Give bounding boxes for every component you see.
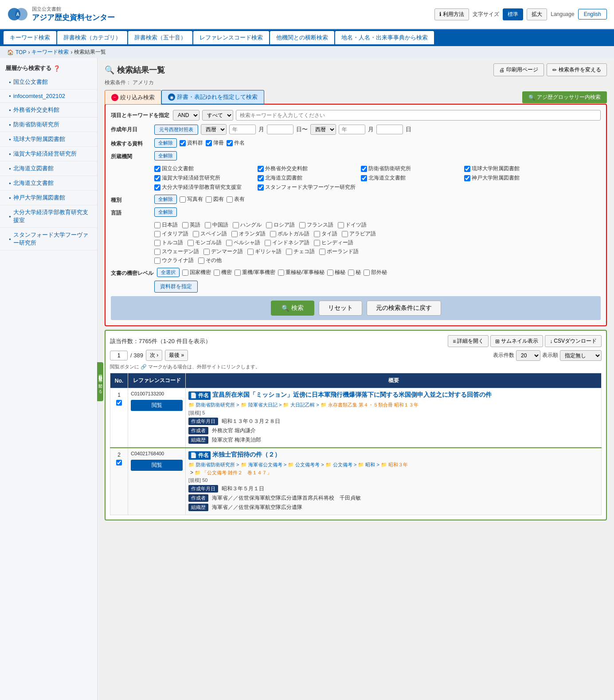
keyword-input[interactable] <box>236 110 601 121</box>
row-checkbox-1[interactable] <box>113 400 125 407</box>
cb-ja[interactable]: 日本語 <box>154 221 178 229</box>
cb-kenmeikigo[interactable]: 件名 <box>227 139 245 147</box>
cb-ru[interactable]: ロシア語 <box>266 221 295 229</box>
cb-org-5[interactable]: 滋賀大学経済経営研究所 <box>154 174 252 182</box>
display-order-select[interactable]: 指定無し 作成年月日 <box>560 350 602 361</box>
era-select-1[interactable]: 西暦元号 <box>201 124 227 135</box>
cb-cs[interactable]: チェコ語 <box>286 248 315 255</box>
cb-th[interactable]: タイ語 <box>314 230 337 238</box>
nav-reference-search[interactable]: レファレンスコード検索 <box>193 31 269 44</box>
cb-other[interactable]: その他 <box>198 257 222 264</box>
cb-en[interactable]: 英語 <box>182 221 200 229</box>
cb-sv[interactable]: スウェーデン語 <box>154 248 199 255</box>
font-standard-button[interactable]: 標準 <box>503 8 523 20</box>
cb-es[interactable]: スペイン語 <box>193 230 227 238</box>
sidebar-item-shiga[interactable]: 滋賀大学経済経営研究所 <box>0 147 97 161</box>
cb-de[interactable]: ドイツ語 <box>338 221 367 229</box>
sidebar-item-ryukyu[interactable]: 琉球大学附属図書館 <box>0 132 97 147</box>
cb-fr[interactable]: フランス語 <box>299 221 333 229</box>
item-link-2[interactable]: 米独士官招待の件（２） <box>212 451 281 459</box>
sidebar-toggle[interactable]: 資料群所属を閉じる <box>97 362 103 401</box>
scope-select[interactable]: すべて 件名 本文 <box>202 110 233 121</box>
cb-uk[interactable]: ウクライナ語 <box>154 257 194 264</box>
last-page-button[interactable]: 最後 » <box>165 350 188 361</box>
cb-zh[interactable]: 中国語 <box>205 221 228 229</box>
sidebar-item-infocom[interactable]: infocomtest_202102 <box>0 90 97 103</box>
help-button[interactable]: ℹ 利用方法 <box>434 8 469 20</box>
dict-tab[interactable]: ◉ 辞書・表記ゆれを指定して検索 <box>161 90 264 105</box>
cb-fa[interactable]: ペルシャ語 <box>226 239 260 246</box>
view-button-2[interactable]: 閲覧 <box>131 460 183 471</box>
breadcrumb-top[interactable]: TOP <box>16 49 26 55</box>
clear-lang-button[interactable]: 全解除 <box>154 207 177 217</box>
month-input-2[interactable] <box>376 125 403 134</box>
clear-kind-button[interactable]: 全解除 <box>154 195 177 204</box>
search-button[interactable]: 🔍 検索 <box>271 301 314 316</box>
cb-da[interactable]: デンマーク語 <box>203 248 243 255</box>
sidebar-item-kobe[interactable]: 神戸大学附属図書館 <box>0 191 97 205</box>
sidebar-item-kokuritu[interactable]: 国立公文書館 <box>0 75 97 90</box>
clear-material-button[interactable]: 全解除 <box>154 138 177 148</box>
cb-hi[interactable]: ヒンディー語 <box>314 239 353 246</box>
cb-bokusatsu[interactable]: 簿冊 <box>206 139 224 147</box>
view-button-1[interactable]: 閲覧 <box>131 400 183 411</box>
nav-dict-category[interactable]: 辞書検索（カテゴリ） <box>57 31 127 44</box>
breadcrumb-keyword[interactable]: キーワード検索 <box>31 48 69 56</box>
cb-secret-3[interactable]: 重機/軍事機密 <box>235 269 275 276</box>
cb-figure[interactable]: 図有 <box>206 196 224 203</box>
detail-open-button[interactable]: ≡ 詳細を開く <box>448 335 489 347</box>
cb-org-8[interactable]: 神戸大学附属図書館 <box>464 174 562 182</box>
cb-photo[interactable]: 写真有 <box>180 196 203 203</box>
cb-shiryogun[interactable]: 資料群 <box>180 139 203 147</box>
thumbnail-button[interactable]: ⊞ サムネイル表示 <box>490 335 543 347</box>
cb-nl[interactable]: オランダ語 <box>231 230 266 238</box>
cb-org-2[interactable]: 外務省外交史料館 <box>258 165 356 172</box>
cb-mn[interactable]: モンゴル語 <box>188 239 222 246</box>
sidebar-item-stanford[interactable]: スタンフォード大学フーヴァー研究所 <box>0 228 97 250</box>
change-condition-button[interactable]: ✏ 検索条件を変える <box>547 63 607 76</box>
era-select-2[interactable]: 西暦元号 <box>310 124 336 135</box>
print-button[interactable]: 🖨 印刷用ページ <box>493 63 544 76</box>
csv-download-button[interactable]: ↓ CSVダウンロード <box>545 335 602 347</box>
cb-org-7[interactable]: 北海道立文書館 <box>361 174 459 182</box>
sidebar-item-boueisho[interactable]: 防衛省防衛研究所 <box>0 117 97 132</box>
cb-el[interactable]: ギリシャ語 <box>247 248 282 255</box>
cb-secret-5[interactable]: 極秘 <box>327 269 345 276</box>
cb-pt[interactable]: ポルトガル語 <box>270 230 309 238</box>
cb-it[interactable]: イタリア語 <box>154 230 188 238</box>
year-input-2[interactable] <box>339 125 365 134</box>
cb-table[interactable]: 表有 <box>227 196 245 203</box>
refine-tab[interactable]: − 絞り込み検索 <box>105 90 161 105</box>
item-link-1[interactable]: 宜昌所在米国「ミッション」近傍に日本軍飛行機爆弾落下に関する米国側申入並之に対す… <box>212 391 492 399</box>
gengo-button[interactable]: 元号西暦対照表 <box>154 125 198 135</box>
clear-secret-button[interactable]: 全選択 <box>157 268 180 277</box>
cb-org-6[interactable]: 北海道立図書館 <box>258 174 356 182</box>
and-or-select[interactable]: AND OR <box>173 110 199 121</box>
nav-dict-gojuuon[interactable]: 辞書検索（五十音） <box>128 31 192 44</box>
sidebar-item-hokkaido-doc[interactable]: 北海道立文書館 <box>0 176 97 191</box>
cb-org-1[interactable]: 国立公文書館 <box>154 165 252 172</box>
nav-keyword-search[interactable]: キーワード検索 <box>4 31 56 44</box>
cb-org-4[interactable]: 琉球大学附属図書館 <box>464 165 562 172</box>
language-button[interactable]: English <box>578 9 607 20</box>
page-number-input[interactable] <box>110 351 128 360</box>
sidebar-item-gaimusho[interactable]: 外務省外交史料館 <box>0 103 97 117</box>
cb-tr[interactable]: トルコ語 <box>154 239 183 246</box>
sidebar-help-icon[interactable]: ❓ <box>53 65 60 72</box>
cb-secret-6[interactable]: 秘 <box>348 269 361 276</box>
reset-button[interactable]: リセット <box>319 301 362 316</box>
cb-secret-7[interactable]: 部外秘 <box>364 269 387 276</box>
cb-secret-1[interactable]: 国家機密 <box>182 269 211 276</box>
cb-ar[interactable]: アラビア語 <box>342 230 376 238</box>
month-input-1[interactable] <box>267 125 293 134</box>
cb-secret-2[interactable]: 機密 <box>214 269 232 276</box>
back-button[interactable]: 元の検索条件に戻す <box>367 301 441 316</box>
per-page-select[interactable]: 20 50 100 <box>516 350 540 361</box>
year-input-1[interactable] <box>229 125 256 134</box>
cb-pl[interactable]: ポーランド語 <box>319 248 359 255</box>
glossary-button[interactable]: 🔍 アジ歴グロッサリー内検索 <box>522 91 607 103</box>
cb-ko[interactable]: ハングル <box>233 221 262 229</box>
clear-org-button[interactable]: 全解除 <box>154 151 177 160</box>
sidebar-item-hokkaido-lib[interactable]: 北海道立図書館 <box>0 161 97 176</box>
row-checkbox-2[interactable] <box>113 460 125 467</box>
